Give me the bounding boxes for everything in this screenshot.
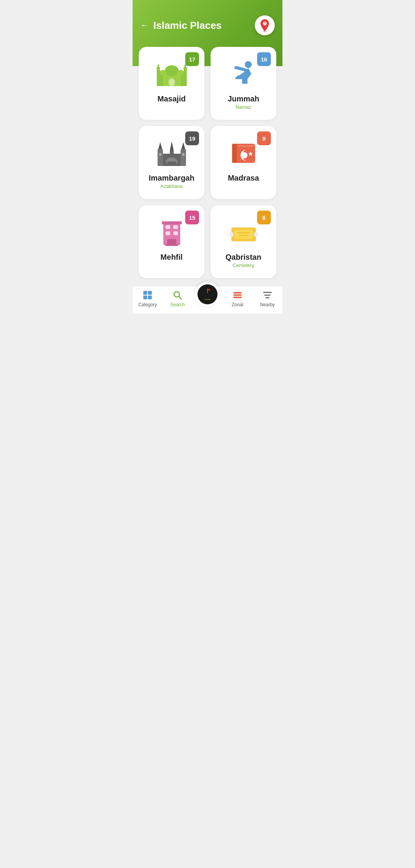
- jummah-icon: [226, 58, 261, 89]
- search-icon: [173, 290, 183, 300]
- svg-rect-10: [158, 65, 159, 69]
- svg-rect-25: [159, 153, 161, 156]
- page-title: Islamic Places: [153, 20, 222, 32]
- mehfil-title: Mehfil: [161, 253, 183, 262]
- jummah-title: Jummah: [227, 95, 259, 103]
- card-masajid[interactable]: 17: [139, 47, 204, 120]
- masajid-badge: 17: [185, 52, 199, 66]
- qabristan-icon: [226, 217, 261, 247]
- svg-rect-26: [182, 153, 184, 156]
- svg-rect-13: [184, 65, 186, 69]
- jummah-subtitle: Namaz: [236, 104, 251, 110]
- svg-marker-21: [158, 142, 162, 149]
- svg-rect-37: [166, 225, 170, 229]
- madrasa-icon: [226, 138, 261, 168]
- zonal-icon: [232, 290, 242, 300]
- grid-row-3: 15 Mehfi: [139, 205, 276, 278]
- places-grid: 17: [133, 47, 282, 278]
- svg-point-7: [177, 70, 184, 75]
- card-imambargah[interactable]: 19: [139, 126, 204, 199]
- mehfil-icon: [154, 217, 189, 247]
- card-madrasa[interactable]: 9 Madrasa: [211, 126, 276, 199]
- qabristan-title: Qabristan: [226, 253, 261, 262]
- svg-rect-8: [157, 68, 160, 86]
- svg-rect-59: [233, 294, 242, 296]
- svg-point-6: [159, 70, 166, 75]
- svg-point-1: [263, 22, 267, 25]
- card-jummah[interactable]: 16 Jummah Namaz: [211, 47, 276, 120]
- imambargah-icon: [154, 138, 189, 168]
- location-pin-icon: [259, 18, 271, 32]
- svg-rect-44: [234, 230, 253, 239]
- grid-row-2: 19: [139, 126, 276, 199]
- qabristan-subtitle: Cemetery: [232, 262, 254, 268]
- svg-rect-48: [148, 291, 152, 295]
- nearby-icon: [262, 290, 272, 300]
- svg-point-15: [245, 61, 252, 68]
- svg-rect-35: [167, 239, 176, 245]
- svg-point-30: [241, 152, 247, 158]
- imambargah-subtitle: Azakhana: [161, 183, 183, 189]
- svg-rect-47: [143, 291, 147, 295]
- svg-rect-49: [143, 295, 147, 299]
- svg-rect-14: [169, 78, 175, 86]
- svg-rect-40: [173, 231, 178, 235]
- nav-item-nearby[interactable]: Nearby: [252, 290, 282, 307]
- jummah-badge: 16: [257, 52, 271, 66]
- svg-rect-45: [237, 232, 250, 233]
- madrasa-title: Madrasa: [228, 174, 259, 183]
- svg-rect-28: [232, 144, 237, 163]
- grid-row-1: 17: [139, 47, 276, 120]
- svg-rect-20: [181, 149, 186, 166]
- card-mehfil[interactable]: 15 Mehfi: [139, 205, 204, 278]
- masajid-title: Masajid: [158, 95, 186, 103]
- svg-rect-46: [239, 235, 248, 236]
- svg-rect-60: [233, 297, 242, 298]
- svg-rect-5: [165, 71, 179, 73]
- bottom-nav: Category Search azadar: [133, 286, 282, 314]
- svg-rect-36: [166, 244, 178, 246]
- category-icon: [143, 290, 153, 300]
- svg-marker-22: [181, 142, 185, 149]
- imambargah-badge: 19: [185, 131, 199, 145]
- svg-rect-58: [233, 292, 242, 294]
- svg-rect-50: [148, 295, 152, 299]
- svg-rect-38: [173, 225, 178, 229]
- nav-item-zonal[interactable]: Zonal: [222, 290, 252, 307]
- svg-point-42: [229, 232, 234, 237]
- svg-marker-23: [170, 141, 174, 151]
- nav-item-center[interactable]: azadar: [193, 291, 222, 307]
- nav-item-search[interactable]: Search: [163, 290, 193, 307]
- imambargah-title: Imambargah: [149, 174, 194, 183]
- nearby-label: Nearby: [260, 302, 275, 307]
- svg-line-52: [179, 297, 182, 299]
- zonal-label: Zonal: [232, 302, 243, 307]
- svg-rect-24: [170, 150, 174, 154]
- svg-point-43: [254, 232, 258, 237]
- location-button[interactable]: [255, 15, 275, 35]
- center-logo-container[interactable]: azadar: [195, 282, 220, 307]
- svg-rect-11: [184, 68, 187, 86]
- qabristan-badge: 8: [257, 211, 271, 224]
- svg-text:azadar: azadar: [204, 298, 211, 300]
- masajid-icon: [154, 58, 189, 89]
- svg-rect-18: [167, 161, 176, 166]
- svg-rect-19: [158, 149, 163, 166]
- app-logo: azadar: [198, 284, 217, 304]
- nav-item-category[interactable]: Category: [133, 290, 163, 307]
- svg-rect-39: [166, 231, 170, 235]
- category-label: Category: [138, 302, 157, 307]
- mehfil-badge: 15: [185, 211, 199, 224]
- search-label: Search: [170, 302, 185, 307]
- card-qabristan[interactable]: 8 Qabristan Cemetery: [211, 205, 276, 278]
- svg-rect-34: [162, 221, 182, 224]
- madrasa-badge: 9: [257, 131, 271, 145]
- back-button[interactable]: ←: [140, 20, 149, 30]
